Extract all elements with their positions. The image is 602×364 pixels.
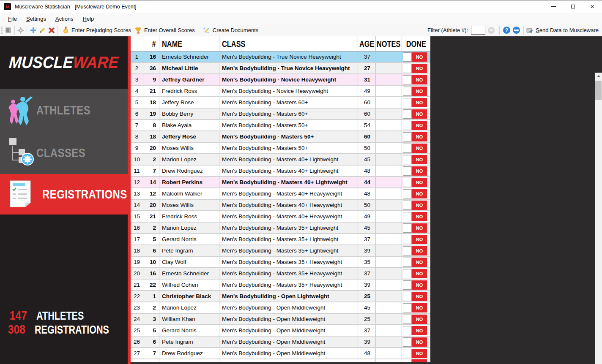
table-row[interactable]: 920Moses WillisMen's Bodybuilding - Mast… [131, 143, 430, 154]
done-no-button[interactable]: NO [412, 303, 427, 312]
menu-item-help[interactable]: Help [78, 14, 99, 24]
done-checkbox[interactable] [403, 337, 412, 347]
done-no-button[interactable]: NO [412, 223, 427, 233]
help-button[interactable]: ? [503, 27, 510, 34]
done-checkbox[interactable] [403, 189, 412, 198]
table-row[interactable]: 1420Moses WillisMen's Bodybuilding - Mas… [131, 200, 430, 211]
table-row[interactable]: 39Jeffrey GardnerMen's Bodybuilding - No… [131, 74, 430, 86]
done-checkbox[interactable] [403, 52, 412, 62]
enter-prejudging-scores-button[interactable]: Enter Prejudging Scores [60, 25, 133, 35]
done-no-button[interactable]: NO [412, 189, 427, 198]
done-no-button[interactable]: NO [412, 258, 427, 267]
done-checkbox[interactable] [403, 87, 412, 96]
table-row[interactable]: 116Ernesto SchneiderMen's Bodybuilding -… [131, 52, 430, 63]
done-checkbox[interactable] [403, 235, 412, 244]
done-no-button[interactable]: NO [412, 201, 427, 210]
done-no-button[interactable]: NO [412, 315, 427, 324]
done-no-button[interactable]: NO [412, 269, 427, 278]
maximize-button[interactable] [563, 0, 583, 13]
done-checkbox[interactable] [403, 109, 412, 119]
table-row[interactable]: 2016Ernesto SchneiderMen's Bodybuilding … [131, 268, 430, 280]
done-no-button[interactable]: NO [412, 98, 427, 107]
done-checkbox[interactable] [403, 212, 412, 221]
done-no-button[interactable]: NO [412, 144, 427, 153]
table-row[interactable]: 1214Robert PerkinsMen's Bodybuilding - M… [131, 177, 430, 188]
menu-item-file[interactable]: File [3, 14, 22, 24]
table-row[interactable]: 175Gerard NorrisMen's Bodybuilding - Mas… [131, 234, 430, 245]
table-row[interactable]: 236Micheal LittleMen's Bodybuilding - Tr… [131, 63, 430, 74]
table-row[interactable]: 818Jeffery RoseMen's Bodybuilding - Mast… [131, 131, 430, 143]
done-checkbox[interactable] [403, 315, 412, 324]
done-no-button[interactable]: NO [412, 75, 427, 84]
done-checkbox[interactable] [403, 303, 412, 312]
done-checkbox[interactable] [403, 132, 412, 141]
remote-support-button[interactable] [513, 27, 520, 34]
table-row[interactable]: 221Christopher BlackMen's Bodybuilding -… [131, 291, 430, 302]
done-no-button[interactable]: NO [412, 87, 427, 96]
scroll-up-button[interactable] [595, 73, 602, 80]
done-no-button[interactable]: NO [412, 178, 427, 187]
send-data-button[interactable]: Send Data to Muscleware [526, 27, 602, 34]
done-checkbox[interactable] [403, 64, 412, 73]
sidebar-item-classes[interactable]: CLASSES [0, 131, 128, 174]
header-age[interactable]: AGE [358, 36, 376, 51]
done-checkbox[interactable] [403, 349, 412, 358]
table-row[interactable]: 619Bobby BerryMen's Bodybuilding - Maste… [131, 109, 430, 120]
done-no-button[interactable]: NO [412, 121, 427, 130]
done-checkbox[interactable] [403, 258, 412, 267]
done-no-button[interactable]: NO [412, 280, 427, 290]
create-documents-button[interactable]: Create Documents [201, 25, 260, 35]
done-checkbox[interactable] [403, 155, 412, 164]
table-row[interactable]: 421Fredrick RossMen's Bodybuilding - Nov… [131, 86, 430, 97]
done-checkbox[interactable] [403, 144, 412, 153]
done-checkbox[interactable] [403, 121, 412, 130]
done-no-button[interactable]: NO [412, 64, 427, 73]
done-no-button[interactable]: NO [412, 155, 427, 164]
header-number[interactable]: # [143, 36, 159, 51]
header-name[interactable]: NAME [159, 36, 219, 51]
done-no-button[interactable]: NO [412, 349, 427, 358]
close-button[interactable]: × [583, 0, 602, 13]
table-row[interactable]: 518Jeffery RoseMen's Bodybuilding - Mast… [131, 97, 430, 109]
scrollbar-thumb[interactable] [595, 81, 602, 100]
add-button[interactable] [29, 27, 37, 34]
done-no-button[interactable]: NO [412, 292, 427, 301]
done-checkbox[interactable] [403, 292, 412, 301]
done-no-button[interactable]: NO [412, 326, 427, 335]
done-checkbox[interactable] [403, 166, 412, 176]
done-checkbox[interactable] [403, 201, 412, 210]
done-no-button[interactable]: NO [412, 52, 427, 62]
table-row[interactable]: 2122Wilfred CohenMen's Bodybuilding - Ma… [131, 280, 430, 291]
header-notes[interactable]: NOTES [376, 36, 402, 51]
sidebar-item-athletes[interactable]: ATHLETES [0, 89, 128, 131]
done-no-button[interactable]: NO [412, 337, 427, 347]
done-no-button[interactable]: NO [412, 212, 427, 221]
done-checkbox[interactable] [403, 75, 412, 84]
table-row[interactable]: 1521Fredrick RossMen's Bodybuilding - Ma… [131, 211, 430, 223]
done-no-button[interactable]: NO [412, 246, 427, 255]
table-row[interactable]: 162Marion LopezMen's Bodybuilding - Mast… [131, 223, 430, 234]
sidebar-item-registrations[interactable]: REGISTRATIONS [0, 174, 128, 215]
table-row[interactable]: 1312Malcolm WalkerMen's Bodybuilding - M… [131, 188, 430, 200]
table-row[interactable]: 243William KhanMen's Bodybuilding - Open… [131, 314, 430, 325]
header-done[interactable]: DONE [402, 36, 430, 51]
table-row[interactable]: 232Marion LopezMen's Bodybuilding - Open… [131, 302, 430, 314]
edit-pencil-button[interactable] [38, 27, 46, 34]
athlete-filter-input[interactable] [471, 26, 485, 35]
menu-item-actions[interactable]: Actions [51, 14, 78, 24]
table-row[interactable]: 1910Clay WolfMen's Bodybuilding - Master… [131, 257, 430, 268]
done-checkbox[interactable] [403, 246, 412, 255]
header-rowindex[interactable] [131, 36, 143, 51]
table-row[interactable]: 186Pete IngramMen's Bodybuilding - Maste… [131, 245, 430, 257]
delete-button[interactable] [48, 27, 55, 34]
enter-overall-scores-button[interactable]: Enter Overall Scores [133, 25, 197, 35]
done-no-button[interactable]: NO [412, 132, 427, 141]
done-checkbox[interactable] [403, 326, 412, 335]
done-no-button[interactable]: NO [412, 109, 427, 119]
done-checkbox[interactable] [403, 98, 412, 107]
header-class[interactable]: CLASS [219, 36, 358, 51]
done-checkbox[interactable] [403, 280, 412, 290]
table-row[interactable]: 102Marion LopezMen's Bodybuilding - Mast… [131, 154, 430, 166]
table-row[interactable]: 255Gerard NorrisMen's Bodybuilding - Ope… [131, 325, 430, 337]
done-checkbox[interactable] [403, 269, 412, 278]
